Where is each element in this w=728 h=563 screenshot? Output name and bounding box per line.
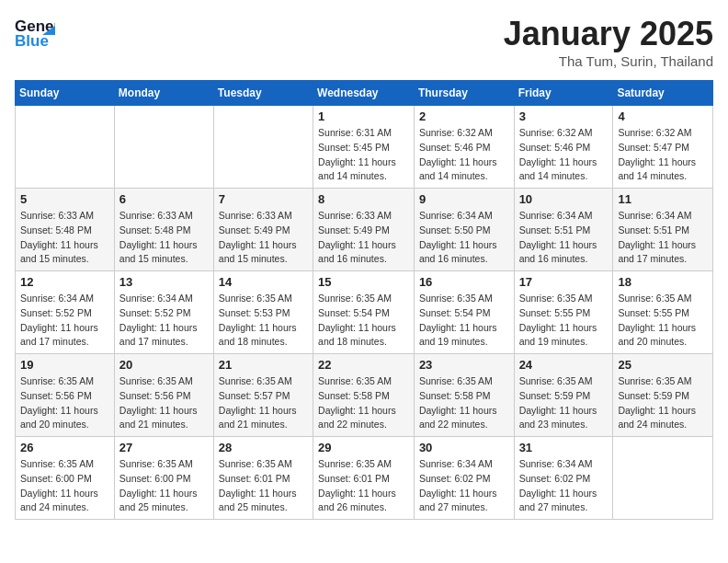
day-info: Sunrise: 6:35 AM Sunset: 5:57 PM Dayligh… [219, 374, 308, 432]
day-info: Sunrise: 6:35 AM Sunset: 5:58 PM Dayligh… [318, 374, 409, 432]
day-number: 18 [618, 275, 708, 289]
day-number: 28 [219, 441, 308, 454]
table-row: 29Sunrise: 6:35 AM Sunset: 6:01 PM Dayli… [313, 437, 415, 520]
table-row: 5Sunrise: 6:33 AM Sunset: 5:48 PM Daylig… [16, 189, 115, 271]
day-info: Sunrise: 6:35 AM Sunset: 6:01 PM Dayligh… [219, 457, 308, 515]
day-number: 17 [519, 275, 609, 289]
col-sunday: Sunday [16, 81, 115, 106]
svg-text:Blue: Blue [15, 32, 49, 48]
day-info: Sunrise: 6:34 AM Sunset: 5:52 PM Dayligh… [119, 292, 209, 350]
table-row: 7Sunrise: 6:33 AM Sunset: 5:49 PM Daylig… [213, 189, 313, 271]
day-number: 19 [20, 358, 109, 372]
table-row [16, 106, 115, 189]
logo-icon: General Blue [15, 15, 55, 48]
table-row: 16Sunrise: 6:35 AM Sunset: 5:54 PM Dayli… [414, 271, 514, 354]
table-row: 31Sunrise: 6:34 AM Sunset: 6:02 PM Dayli… [514, 437, 613, 520]
table-row: 12Sunrise: 6:34 AM Sunset: 5:52 PM Dayli… [16, 271, 115, 354]
day-info: Sunrise: 6:35 AM Sunset: 6:00 PM Dayligh… [119, 457, 209, 515]
table-row: 8Sunrise: 6:33 AM Sunset: 5:49 PM Daylig… [313, 189, 415, 271]
day-number: 13 [119, 275, 209, 289]
calendar-week-row: 1Sunrise: 6:31 AM Sunset: 5:45 PM Daylig… [16, 106, 713, 189]
table-row: 2Sunrise: 6:32 AM Sunset: 5:46 PM Daylig… [414, 106, 514, 189]
day-number: 1 [318, 109, 409, 123]
col-tuesday: Tuesday [213, 81, 313, 106]
day-number: 30 [419, 441, 509, 454]
day-info: Sunrise: 6:35 AM Sunset: 5:59 PM Dayligh… [618, 374, 708, 432]
day-info: Sunrise: 6:34 AM Sunset: 6:02 PM Dayligh… [519, 457, 609, 515]
table-row [213, 106, 313, 189]
table-row: 17Sunrise: 6:35 AM Sunset: 5:55 PM Dayli… [514, 271, 613, 354]
table-row: 23Sunrise: 6:35 AM Sunset: 5:58 PM Dayli… [414, 354, 514, 437]
day-number: 31 [519, 441, 609, 454]
day-info: Sunrise: 6:34 AM Sunset: 5:51 PM Dayligh… [519, 209, 609, 267]
table-row: 6Sunrise: 6:33 AM Sunset: 5:48 PM Daylig… [114, 189, 213, 271]
table-row: 13Sunrise: 6:34 AM Sunset: 5:52 PM Dayli… [114, 271, 213, 354]
day-info: Sunrise: 6:35 AM Sunset: 5:56 PM Dayligh… [119, 374, 209, 432]
day-number: 6 [119, 192, 209, 206]
day-info: Sunrise: 6:34 AM Sunset: 5:51 PM Dayligh… [618, 209, 708, 267]
table-row: 30Sunrise: 6:34 AM Sunset: 6:02 PM Dayli… [414, 437, 514, 520]
table-row: 9Sunrise: 6:34 AM Sunset: 5:50 PM Daylig… [414, 189, 514, 271]
day-info: Sunrise: 6:34 AM Sunset: 5:52 PM Dayligh… [20, 292, 109, 350]
calendar-week-row: 5Sunrise: 6:33 AM Sunset: 5:48 PM Daylig… [16, 189, 713, 271]
day-number: 21 [219, 358, 308, 372]
day-number: 10 [519, 192, 609, 206]
day-number: 9 [419, 192, 509, 206]
day-info: Sunrise: 6:35 AM Sunset: 6:00 PM Dayligh… [20, 457, 109, 515]
day-number: 23 [419, 358, 509, 372]
day-info: Sunrise: 6:33 AM Sunset: 5:48 PM Dayligh… [119, 209, 209, 267]
day-number: 15 [318, 275, 409, 289]
calendar-week-row: 26Sunrise: 6:35 AM Sunset: 6:00 PM Dayli… [16, 437, 713, 520]
table-row: 24Sunrise: 6:35 AM Sunset: 5:59 PM Dayli… [514, 354, 613, 437]
day-number: 5 [20, 192, 109, 206]
day-info: Sunrise: 6:35 AM Sunset: 5:54 PM Dayligh… [318, 292, 409, 350]
col-wednesday: Wednesday [313, 81, 415, 106]
day-number: 12 [20, 275, 109, 289]
day-info: Sunrise: 6:35 AM Sunset: 5:55 PM Dayligh… [618, 292, 708, 350]
table-row: 27Sunrise: 6:35 AM Sunset: 6:00 PM Dayli… [114, 437, 213, 520]
page-header: General Blue January 2025 Tha Tum, Surin… [15, 15, 713, 69]
day-number: 22 [318, 358, 409, 372]
table-row [613, 437, 713, 520]
calendar-table: Sunday Monday Tuesday Wednesday Thursday… [15, 80, 713, 520]
table-row: 19Sunrise: 6:35 AM Sunset: 5:56 PM Dayli… [16, 354, 115, 437]
day-info: Sunrise: 6:32 AM Sunset: 5:47 PM Dayligh… [618, 126, 708, 184]
col-monday: Monday [114, 81, 213, 106]
table-row: 18Sunrise: 6:35 AM Sunset: 5:55 PM Dayli… [613, 271, 713, 354]
day-number: 16 [419, 275, 509, 289]
day-info: Sunrise: 6:35 AM Sunset: 6:01 PM Dayligh… [318, 457, 409, 515]
day-info: Sunrise: 6:34 AM Sunset: 6:02 PM Dayligh… [419, 457, 509, 515]
table-row: 3Sunrise: 6:32 AM Sunset: 5:46 PM Daylig… [514, 106, 613, 189]
day-info: Sunrise: 6:32 AM Sunset: 5:46 PM Dayligh… [419, 126, 509, 184]
day-number: 25 [618, 358, 708, 372]
day-info: Sunrise: 6:35 AM Sunset: 5:54 PM Dayligh… [419, 292, 509, 350]
table-row: 4Sunrise: 6:32 AM Sunset: 5:47 PM Daylig… [613, 106, 713, 189]
day-number: 26 [20, 441, 109, 454]
day-info: Sunrise: 6:33 AM Sunset: 5:49 PM Dayligh… [219, 209, 308, 267]
month-title: January 2025 [504, 15, 713, 53]
table-row: 20Sunrise: 6:35 AM Sunset: 5:56 PM Dayli… [114, 354, 213, 437]
day-number: 11 [618, 192, 708, 206]
calendar-header-row: Sunday Monday Tuesday Wednesday Thursday… [16, 81, 713, 106]
table-row: 26Sunrise: 6:35 AM Sunset: 6:00 PM Dayli… [16, 437, 115, 520]
day-info: Sunrise: 6:33 AM Sunset: 5:48 PM Dayligh… [20, 209, 109, 267]
day-number: 27 [119, 441, 209, 454]
table-row [114, 106, 213, 189]
day-info: Sunrise: 6:35 AM Sunset: 5:56 PM Dayligh… [20, 374, 109, 432]
day-info: Sunrise: 6:31 AM Sunset: 5:45 PM Dayligh… [318, 126, 409, 184]
day-number: 14 [219, 275, 308, 289]
table-row: 21Sunrise: 6:35 AM Sunset: 5:57 PM Dayli… [213, 354, 313, 437]
table-row: 1Sunrise: 6:31 AM Sunset: 5:45 PM Daylig… [313, 106, 415, 189]
table-row: 25Sunrise: 6:35 AM Sunset: 5:59 PM Dayli… [613, 354, 713, 437]
day-number: 8 [318, 192, 409, 206]
table-row: 14Sunrise: 6:35 AM Sunset: 5:53 PM Dayli… [213, 271, 313, 354]
calendar-week-row: 19Sunrise: 6:35 AM Sunset: 5:56 PM Dayli… [16, 354, 713, 437]
day-number: 4 [618, 109, 708, 123]
day-number: 3 [519, 109, 609, 123]
col-thursday: Thursday [414, 81, 514, 106]
table-row: 11Sunrise: 6:34 AM Sunset: 5:51 PM Dayli… [613, 189, 713, 271]
location: Tha Tum, Surin, Thailand [504, 53, 713, 69]
day-info: Sunrise: 6:35 AM Sunset: 5:55 PM Dayligh… [519, 292, 609, 350]
day-number: 29 [318, 441, 409, 454]
title-block: January 2025 Tha Tum, Surin, Thailand [504, 15, 713, 69]
